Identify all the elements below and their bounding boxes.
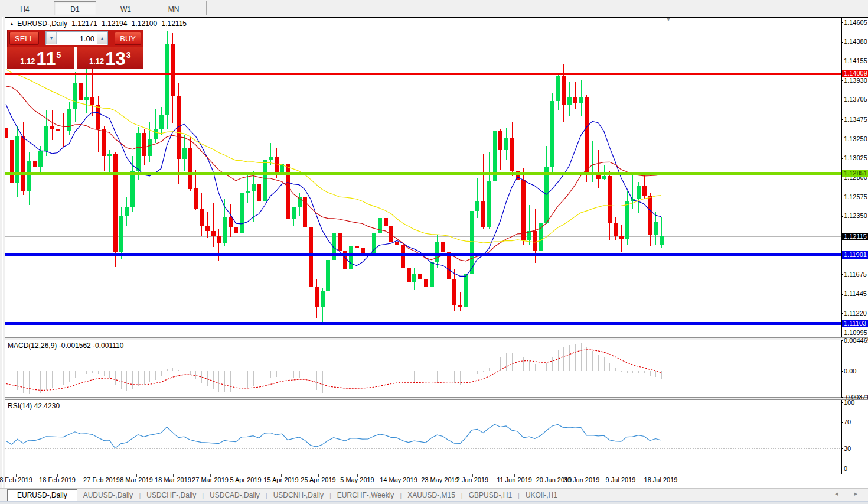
chart-tab[interactable]: UKOil-,H1: [520, 491, 563, 499]
price-axis-tick: 1.14155: [844, 57, 867, 64]
time-axis-label: 27 Mar 2019: [192, 476, 229, 483]
level-price-label: 1.14009: [842, 70, 868, 77]
time-axis-label: 30 Jun 2019: [564, 476, 600, 483]
time-axis-label: 2 Jun 2019: [456, 476, 488, 483]
timeframe-button-w1[interactable]: W1: [105, 1, 147, 15]
current-price-label: 1.12115: [842, 233, 868, 240]
price-axis-tick: 1.11675: [844, 271, 867, 278]
chart-tab[interactable]: USDCNH-,Daily: [267, 491, 329, 499]
buy-price-display[interactable]: 1.12 13 3: [77, 47, 144, 69]
chart-tab[interactable]: EURCHF-,Weekly: [331, 491, 400, 499]
chart-tab[interactable]: XAUUSD-,M15: [402, 491, 461, 499]
price-axis-tick: 1.11445: [844, 290, 867, 297]
time-axis-label: 8 Feb 2019: [0, 476, 32, 483]
price-axis-tick: 1.12575: [844, 193, 867, 200]
rsi-axis-tick: 30: [844, 445, 851, 452]
time-axis-label: 5 Apr 2019: [230, 476, 261, 483]
chart-tab-active[interactable]: EURUSD-,Daily: [7, 489, 77, 501]
chart-tab-bar: EURUSD-,DailyAUDUSD-,Daily|USDCHF-,Daily…: [0, 488, 868, 502]
time-axis-label: 5 May 2019: [340, 476, 374, 483]
window-edge-splitter[interactable]: [0, 17, 5, 504]
macd-signal-value: -0.001110: [93, 342, 123, 350]
chart-ohlc-header: ▲ EURUSD-,Daily 1.12171 1.12194 1.12100 …: [9, 19, 189, 28]
status-strip: [0, 501, 868, 504]
rsi-indicator-label: RSI(14) 42.4230: [8, 402, 60, 410]
chart-shift-marker-icon[interactable]: ▼: [665, 16, 671, 22]
buy-button[interactable]: BUY: [115, 32, 141, 45]
volume-increase-button[interactable]: ▴: [97, 32, 107, 44]
collapse-triangle-icon[interactable]: ▲: [9, 21, 14, 27]
ohlc-close: 1.12115: [162, 19, 187, 28]
macd-axis-tick: 0.004465: [844, 337, 868, 344]
timeframe-button-mn[interactable]: MN: [152, 1, 195, 15]
level-price-label: 1.11103: [842, 320, 868, 327]
time-axis-label: 8 Mar 2019: [120, 476, 153, 483]
time-axis-label: 18 Mar 2019: [155, 476, 191, 483]
timeframe-button-d1[interactable]: D1: [54, 1, 96, 15]
time-axis-label: 18 Jul 2019: [644, 476, 678, 483]
ohlc-low: 1.12100: [132, 19, 157, 28]
time-axis-label: 11 Jun 2019: [497, 476, 532, 483]
rsi-axis-tick: 0: [844, 465, 847, 472]
toolbar-separator: [206, 1, 207, 15]
price-axis-tick: 1.13705: [844, 96, 867, 103]
volume-decrease-button[interactable]: ▾: [46, 32, 57, 44]
chart-symbol-label: EURUSD-,Daily: [17, 19, 67, 28]
price-axis-tick: 1.13475: [844, 116, 867, 123]
ohlc-high: 1.12194: [102, 19, 127, 28]
rsi-axis-tick: 70: [844, 418, 851, 425]
macd-main-value: -0.001562: [59, 342, 91, 350]
time-axis-label: 27 Feb 2019: [83, 476, 120, 483]
ohlc-open: 1.12171: [71, 19, 97, 28]
time-axis-label: 9 Jul 2019: [606, 476, 636, 483]
timeframe-button-h4[interactable]: H4: [4, 1, 46, 15]
timeframe-toolbar: H4D1W1MN: [0, 0, 868, 17]
macd-axis-tick: 0.00: [844, 368, 856, 375]
price-axis-tick: 1.13930: [844, 77, 867, 84]
chart-tab[interactable]: USDCHF-,Daily: [141, 491, 202, 499]
level-price-label: 1.11901: [842, 251, 868, 259]
time-axis-label: 15 Apr 2019: [263, 476, 298, 483]
price-axis-tick: 1.14605: [844, 19, 867, 26]
rsi-value: 42.4230: [34, 402, 60, 410]
time-axis-label: 18 Feb 2019: [39, 476, 76, 483]
price-axis-tick: 1.11220: [844, 310, 867, 317]
sell-price-display[interactable]: 1.12 11 5: [7, 47, 74, 69]
sell-button[interactable]: SELL: [9, 32, 39, 45]
time-axis-label: 25 Apr 2019: [301, 476, 335, 483]
chart-tab[interactable]: GBPUSD-,H1: [463, 491, 518, 499]
volume-spinner: ▾ ▴: [45, 31, 108, 45]
price-axis-tick: 1.14380: [844, 38, 867, 45]
chart-tab[interactable]: USDCAD-,Daily: [204, 491, 266, 499]
rsi-axis-tick: 100: [844, 399, 854, 406]
time-axis-label: 14 May 2019: [380, 476, 417, 483]
price-axis-tick: 1.13250: [844, 135, 867, 142]
time-axis-label: 23 May 2019: [421, 476, 459, 483]
tab-scroll-left-icon[interactable]: ◂: [835, 490, 846, 497]
one-click-trading-panel: SELL ▾ ▴ BUY 1.12 11 5 1.12 13 3: [7, 30, 143, 69]
chart-tab[interactable]: AUDUSD-,Daily: [77, 491, 139, 499]
price-chart-canvas[interactable]: [0, 0, 868, 504]
tab-scroll-arrows: ◂ ▸: [835, 490, 864, 498]
price-axis-tick: 1.13025: [844, 154, 867, 161]
tab-scroll-right-icon[interactable]: ▸: [854, 490, 864, 497]
macd-indicator-label: MACD(12,26,9) -0.001562 -0.001110: [8, 342, 123, 350]
price-axis-tick: 1.10995: [844, 329, 867, 336]
price-axis-tick: 1.12350: [844, 212, 867, 219]
volume-input[interactable]: [57, 33, 97, 44]
level-price-label: 1.12851: [842, 170, 868, 177]
